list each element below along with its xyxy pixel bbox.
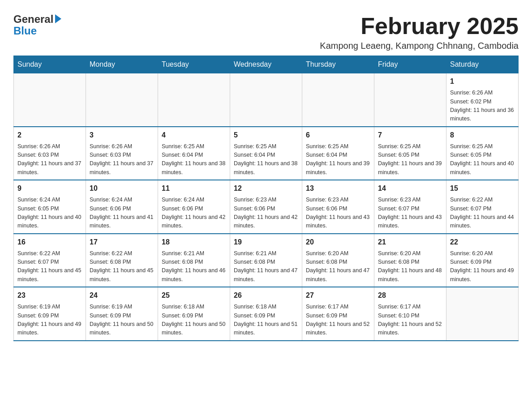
day-info: Sunrise: 6:17 AMSunset: 6:10 PMDaylight:… [378,303,442,338]
day-info: Sunrise: 6:25 AMSunset: 6:04 PMDaylight:… [162,142,226,177]
calendar-cell-w1-d4 [302,73,374,127]
day-info: Sunrise: 6:22 AMSunset: 6:08 PMDaylight:… [90,249,154,284]
calendar-cell-w2-d1: 3Sunrise: 6:26 AMSunset: 6:03 PMDaylight… [86,127,158,180]
calendar-cell-w1-d5 [374,73,446,127]
day-info: Sunrise: 6:26 AMSunset: 6:03 PMDaylight:… [90,142,154,177]
day-number: 6 [306,130,370,141]
calendar-cell-w4-d2: 18Sunrise: 6:21 AMSunset: 6:08 PMDayligh… [158,234,230,287]
logo-container: General Blue [13,13,61,37]
day-number: 2 [17,130,82,141]
day-number: 25 [162,290,226,301]
header-sunday: Sunday [14,56,86,73]
calendar-cell-w5-d3: 26Sunrise: 6:18 AMSunset: 6:09 PMDayligh… [230,287,302,341]
logo: General Blue [13,13,61,37]
calendar-week-4: 16Sunrise: 6:22 AMSunset: 6:07 PMDayligh… [14,234,519,287]
day-info: Sunrise: 6:20 AMSunset: 6:08 PMDaylight:… [306,249,370,284]
day-number: 10 [90,183,154,194]
day-number: 24 [90,290,154,301]
calendar-week-1: 1Sunrise: 6:26 AMSunset: 6:02 PMDaylight… [14,73,519,127]
day-number: 15 [450,183,515,194]
calendar-cell-w1-d3 [230,73,302,127]
calendar-cell-w5-d4: 27Sunrise: 6:17 AMSunset: 6:09 PMDayligh… [302,287,374,341]
day-number: 11 [162,183,226,194]
day-number: 26 [234,290,298,301]
day-info: Sunrise: 6:24 AMSunset: 6:06 PMDaylight:… [162,196,226,231]
day-number: 28 [378,290,442,301]
calendar-cell-w2-d4: 6Sunrise: 6:25 AMSunset: 6:04 PMDaylight… [302,127,374,180]
calendar-cell-w2-d2: 4Sunrise: 6:25 AMSunset: 6:04 PMDaylight… [158,127,230,180]
calendar-cell-w3-d0: 9Sunrise: 6:24 AMSunset: 6:05 PMDaylight… [14,180,86,234]
day-info: Sunrise: 6:23 AMSunset: 6:07 PMDaylight:… [378,196,442,231]
day-number: 7 [378,130,442,141]
calendar-cell-w3-d1: 10Sunrise: 6:24 AMSunset: 6:06 PMDayligh… [86,180,158,234]
calendar-cell-w3-d6: 15Sunrise: 6:22 AMSunset: 6:07 PMDayligh… [446,180,519,234]
calendar-cell-w2-d0: 2Sunrise: 6:26 AMSunset: 6:03 PMDaylight… [14,127,86,180]
calendar-cell-w3-d4: 13Sunrise: 6:23 AMSunset: 6:06 PMDayligh… [302,180,374,234]
day-info: Sunrise: 6:19 AMSunset: 6:09 PMDaylight:… [90,303,154,338]
logo-flag-icon [55,14,61,23]
day-info: Sunrise: 6:24 AMSunset: 6:05 PMDaylight:… [17,196,82,231]
calendar-cell-w5-d1: 24Sunrise: 6:19 AMSunset: 6:09 PMDayligh… [86,287,158,341]
calendar-cell-w4-d1: 17Sunrise: 6:22 AMSunset: 6:08 PMDayligh… [86,234,158,287]
day-number: 23 [17,290,82,301]
day-number: 17 [90,237,154,248]
day-info: Sunrise: 6:23 AMSunset: 6:06 PMDaylight:… [234,196,298,231]
calendar-cell-w4-d3: 19Sunrise: 6:21 AMSunset: 6:08 PMDayligh… [230,234,302,287]
month-title: February 2025 [320,13,519,39]
logo-blue-text: Blue [13,25,37,37]
calendar-cell-w4-d4: 20Sunrise: 6:20 AMSunset: 6:08 PMDayligh… [302,234,374,287]
day-number: 20 [306,237,370,248]
calendar-table: Sunday Monday Tuesday Wednesday Thursday… [13,56,519,341]
day-info: Sunrise: 6:18 AMSunset: 6:09 PMDaylight:… [234,303,298,338]
calendar-week-3: 9Sunrise: 6:24 AMSunset: 6:05 PMDaylight… [14,180,519,234]
calendar-week-2: 2Sunrise: 6:26 AMSunset: 6:03 PMDaylight… [14,127,519,180]
calendar-cell-w4-d5: 21Sunrise: 6:20 AMSunset: 6:08 PMDayligh… [374,234,446,287]
header-saturday: Saturday [446,56,519,73]
calendar-cell-w5-d6 [446,287,519,341]
calendar-cell-w3-d2: 11Sunrise: 6:24 AMSunset: 6:06 PMDayligh… [158,180,230,234]
calendar-cell-w4-d6: 22Sunrise: 6:20 AMSunset: 6:09 PMDayligh… [446,234,519,287]
logo-line1: General [13,13,61,25]
day-info: Sunrise: 6:25 AMSunset: 6:05 PMDaylight:… [378,142,442,177]
day-info: Sunrise: 6:21 AMSunset: 6:08 PMDaylight:… [234,249,298,284]
header-wednesday: Wednesday [230,56,302,73]
calendar-cell-w1-d0 [14,73,86,127]
day-number: 19 [234,237,298,248]
location-subtitle: Kampong Leaeng, Kampong Chhnang, Cambodi… [320,41,519,51]
day-number: 27 [306,290,370,301]
title-section: February 2025 Kampong Leaeng, Kampong Ch… [320,13,519,51]
day-info: Sunrise: 6:19 AMSunset: 6:09 PMDaylight:… [17,303,82,338]
day-number: 22 [450,237,515,248]
header-tuesday: Tuesday [158,56,230,73]
day-info: Sunrise: 6:20 AMSunset: 6:09 PMDaylight:… [450,249,515,284]
day-info: Sunrise: 6:26 AMSunset: 6:03 PMDaylight:… [17,142,82,177]
calendar-cell-w1-d6: 1Sunrise: 6:26 AMSunset: 6:02 PMDaylight… [446,73,519,127]
day-number: 9 [17,183,82,194]
day-number: 1 [450,76,515,87]
header-thursday: Thursday [302,56,374,73]
day-info: Sunrise: 6:26 AMSunset: 6:02 PMDaylight:… [450,89,515,124]
calendar-cell-w3-d3: 12Sunrise: 6:23 AMSunset: 6:06 PMDayligh… [230,180,302,234]
calendar-cell-w4-d0: 16Sunrise: 6:22 AMSunset: 6:07 PMDayligh… [14,234,86,287]
logo-general-text: General [13,13,53,25]
day-info: Sunrise: 6:25 AMSunset: 6:04 PMDaylight:… [306,142,370,177]
day-number: 3 [90,130,154,141]
day-info: Sunrise: 6:21 AMSunset: 6:08 PMDaylight:… [162,249,226,284]
day-info: Sunrise: 6:25 AMSunset: 6:05 PMDaylight:… [450,142,515,177]
calendar-cell-w1-d1 [86,73,158,127]
calendar-cell-w5-d0: 23Sunrise: 6:19 AMSunset: 6:09 PMDayligh… [14,287,86,341]
day-info: Sunrise: 6:22 AMSunset: 6:07 PMDaylight:… [17,249,82,284]
calendar-cell-w2-d6: 8Sunrise: 6:25 AMSunset: 6:05 PMDaylight… [446,127,519,180]
day-info: Sunrise: 6:25 AMSunset: 6:04 PMDaylight:… [234,142,298,177]
day-info: Sunrise: 6:23 AMSunset: 6:06 PMDaylight:… [306,196,370,231]
day-number: 5 [234,130,298,141]
day-number: 21 [378,237,442,248]
header-monday: Monday [86,56,158,73]
day-info: Sunrise: 6:22 AMSunset: 6:07 PMDaylight:… [450,196,515,231]
day-number: 8 [450,130,515,141]
day-number: 18 [162,237,226,248]
calendar-cell-w1-d2 [158,73,230,127]
calendar-cell-w2-d3: 5Sunrise: 6:25 AMSunset: 6:04 PMDaylight… [230,127,302,180]
calendar-cell-w5-d5: 28Sunrise: 6:17 AMSunset: 6:10 PMDayligh… [374,287,446,341]
day-number: 16 [17,237,82,248]
